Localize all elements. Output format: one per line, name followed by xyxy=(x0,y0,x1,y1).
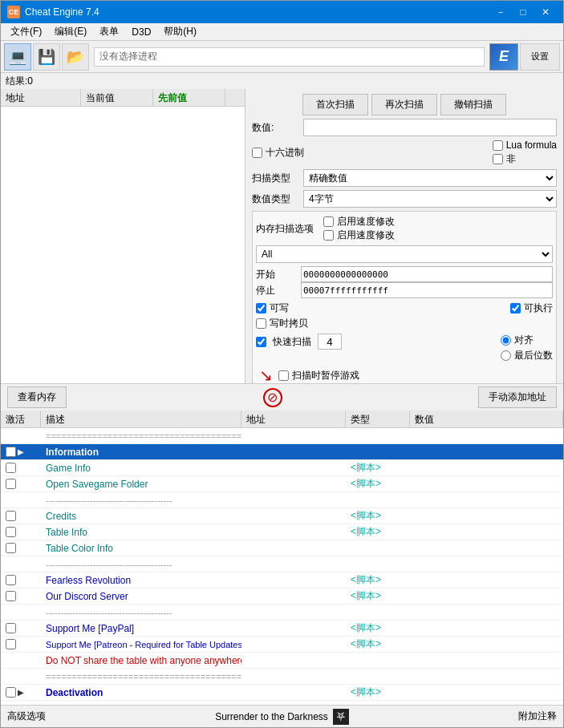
ce-logo: Ε xyxy=(489,43,518,71)
save-button[interactable]: 💾 xyxy=(33,43,60,71)
row-active-check[interactable] xyxy=(6,623,16,633)
fast-scan-checkbox[interactable] xyxy=(256,337,266,347)
expand-icon: ▶ xyxy=(18,688,24,697)
value-type-dropdown[interactable]: 4字节 xyxy=(303,190,557,208)
row-active-check[interactable] xyxy=(6,479,16,489)
computer-button[interactable]: 💻 xyxy=(4,43,31,71)
row-active-check[interactable] xyxy=(6,447,16,457)
ct-cell-desc: Fearless Revolution xyxy=(41,574,241,587)
value-input[interactable] xyxy=(303,119,557,136)
minimize-button[interactable]: － xyxy=(489,4,512,20)
pause-game-label: 扫描时暂停游戏 xyxy=(292,369,359,382)
col-address: 地址 xyxy=(1,89,81,106)
ct-cell-type: <脚本> xyxy=(346,476,410,491)
next-scan-button[interactable]: 再次扫描 xyxy=(371,94,437,115)
window-title: Cheat Engine 7.4 xyxy=(25,6,99,18)
table-row[interactable]: Game Info <脚本> xyxy=(1,460,563,476)
settings-button[interactable]: 设置 xyxy=(520,43,560,71)
ct-cell-desc: ========================================… xyxy=(41,671,241,682)
not-checkbox[interactable] xyxy=(493,154,503,164)
ct-cell-type xyxy=(346,548,410,549)
menu-table[interactable]: 表单 xyxy=(93,23,125,40)
results-bar: 结果:0 xyxy=(1,73,563,89)
executable-row: 可执行 xyxy=(510,301,553,315)
table-row[interactable]: Fearless Revolution <脚本> xyxy=(1,572,563,588)
ct-cell-addr xyxy=(241,548,346,549)
speed-hack-2-checkbox[interactable] xyxy=(323,230,334,241)
ct-cell-addr xyxy=(241,564,346,565)
open-button[interactable]: 📂 xyxy=(62,43,89,71)
table-row[interactable]: Open Savegame Folder <脚本> xyxy=(1,476,563,492)
pause-game-checkbox[interactable] xyxy=(278,370,289,381)
executable-checkbox[interactable] xyxy=(510,303,521,313)
table-row[interactable]: ▶ Information xyxy=(1,444,563,460)
cancel-scan-button[interactable]: 撤销扫描 xyxy=(440,94,506,115)
menu-help[interactable]: 帮助(H) xyxy=(157,23,203,40)
speed-hack-1-label: 启用速度修改 xyxy=(337,215,395,229)
last-digit-radio[interactable] xyxy=(501,350,511,361)
lua-formula-row: Lua formula xyxy=(493,140,557,151)
status-right[interactable]: 附加注释 xyxy=(518,710,557,723)
main-window: CE Cheat Engine 7.4 － □ ✕ 文件(F) 编辑(E) 表单… xyxy=(0,0,564,728)
menu-d3d[interactable]: D3D xyxy=(125,25,157,39)
results-count: 结果:0 xyxy=(6,75,33,87)
view-memory-button[interactable]: 查看内存 xyxy=(7,386,67,408)
cheat-table-header: 激活 描述 地址 类型 数值 xyxy=(1,411,563,428)
hex-checkbox[interactable] xyxy=(252,148,262,158)
row-active-check[interactable] xyxy=(6,511,16,521)
stop-input[interactable] xyxy=(301,282,553,298)
speed-hack-1-checkbox[interactable] xyxy=(323,216,334,227)
fast-scan-input[interactable] xyxy=(318,334,342,350)
maximize-button[interactable]: □ xyxy=(512,4,534,20)
ct-cell-active xyxy=(1,612,41,613)
copy-on-write-row: 写时拷贝 xyxy=(256,317,553,330)
right-panel: 首次扫描 再次扫描 撤销扫描 数值: 十六进制 Lua formula xyxy=(245,89,563,383)
table-row[interactable]: Table Color Info xyxy=(1,540,563,556)
table-row[interactable]: Table Info <脚本> xyxy=(1,524,563,540)
table-row: ----------------------------------------… xyxy=(1,492,563,508)
menu-file[interactable]: 文件(F) xyxy=(4,23,48,40)
menu-edit[interactable]: 编辑(E) xyxy=(48,23,93,40)
lua-checkbox[interactable] xyxy=(493,140,503,151)
fast-scan-label: 快速扫描 xyxy=(273,335,311,349)
add-address-button[interactable]: 手动添加地址 xyxy=(478,386,557,408)
process-bar[interactable]: 没有选择进程 xyxy=(94,47,485,67)
ct-cell-desc: Information xyxy=(41,446,241,459)
row-active-check[interactable] xyxy=(6,575,16,585)
mem-type-dropdown[interactable]: All xyxy=(256,245,553,263)
start-input[interactable] xyxy=(301,266,553,282)
start-row: 开始 xyxy=(256,266,553,282)
ct-cell-addr xyxy=(241,612,346,613)
row-active-check[interactable] xyxy=(6,639,16,649)
copy-on-write-checkbox[interactable] xyxy=(256,317,266,330)
ct-cell-addr xyxy=(241,435,346,437)
row-active-check[interactable] xyxy=(6,687,16,698)
table-row: Do NOT share the table with anyone anywh… xyxy=(1,653,563,669)
ct-cell-val xyxy=(410,612,563,613)
ct-cell-val xyxy=(410,499,563,501)
ct-cell-desc: Credits xyxy=(41,510,241,523)
row-active-check[interactable] xyxy=(6,463,16,473)
ce-letter: Ε xyxy=(499,48,509,65)
table-row[interactable]: Support Me [PayPal] <脚本> xyxy=(1,621,563,637)
speed-hack-1-row: 启用速度修改 xyxy=(323,215,395,229)
ct-cell-val xyxy=(410,676,563,677)
window-controls: － □ ✕ xyxy=(489,4,557,20)
row-active-check[interactable] xyxy=(6,527,16,537)
table-row[interactable]: ▶ Deactivation <脚本> xyxy=(1,685,563,701)
ct-cell-val xyxy=(410,516,563,517)
row-active-check[interactable] xyxy=(6,591,16,601)
table-row: ----------------------------------------… xyxy=(1,556,563,572)
scan-type-dropdown[interactable]: 精确数值 xyxy=(303,169,557,187)
status-left[interactable]: 高级选项 xyxy=(7,710,46,723)
close-button[interactable]: ✕ xyxy=(534,4,557,20)
table-row[interactable]: Our Discord Server <脚本> xyxy=(1,588,563,605)
align-radio[interactable] xyxy=(501,335,511,346)
table-row[interactable]: Support Me [Patreon - Required for Table… xyxy=(1,637,563,653)
table-row[interactable]: Credits <脚本> xyxy=(1,508,563,524)
ct-cell-desc: Table Info xyxy=(41,526,241,539)
row-active-check[interactable] xyxy=(6,543,16,553)
ct-cell-active xyxy=(1,499,41,501)
writable-checkbox[interactable] xyxy=(256,303,266,313)
first-scan-button[interactable]: 首次扫描 xyxy=(302,94,368,115)
